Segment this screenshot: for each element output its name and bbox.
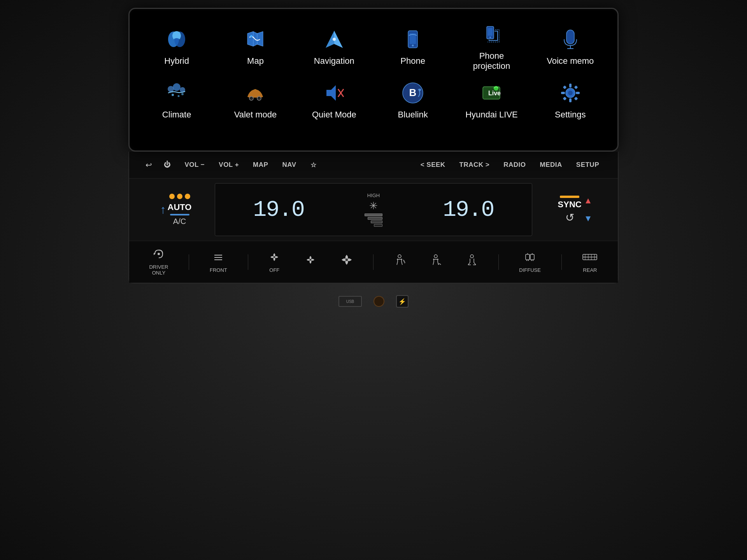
climate-icon [163, 79, 190, 107]
phone-projection-label: Phoneprojection [473, 51, 510, 72]
svg-rect-31 [569, 84, 572, 88]
svg-point-6 [412, 45, 414, 47]
air-feet-icon [466, 254, 478, 268]
hyundai-live-icon: Live [478, 79, 505, 107]
wireless-charging-port[interactable]: ⚡ [396, 295, 409, 308]
quiet-mode-label: Quiet Mode [312, 110, 356, 120]
map-button[interactable]: MAP [246, 158, 275, 172]
app-navigation[interactable]: Navigation [303, 26, 365, 66]
app-quiet-mode[interactable]: Quiet Mode [303, 79, 365, 120]
aux-port[interactable] [374, 296, 384, 307]
auto-dots-left [169, 194, 190, 199]
app-phone[interactable]: Phone [382, 26, 444, 66]
car-surround: Hybrid Map [0, 0, 747, 560]
driver-only-icon [153, 248, 165, 262]
climate-label: Climate [162, 110, 191, 120]
fan-icon: ✳ [369, 200, 378, 212]
track-fwd-button[interactable]: TRACK > [452, 158, 497, 172]
app-valet-mode[interactable]: Valet mode [224, 79, 286, 120]
svg-point-44 [309, 259, 312, 261]
svg-rect-10 [566, 30, 574, 44]
app-climate[interactable]: Climate [146, 79, 208, 120]
fan-off-button[interactable]: OFF [265, 249, 284, 275]
settings-label: Settings [555, 110, 586, 120]
radio-button[interactable]: RADIO [496, 158, 533, 172]
svg-point-16 [172, 94, 174, 96]
func-bar: DRIVERONLY FRONT [129, 241, 618, 283]
temp-up-right-button[interactable]: ▲ [584, 196, 593, 206]
button-bar: ↩ ⏻ VOL − VOL + MAP NAV ☆ < SEEK TRACK >… [129, 152, 618, 178]
valet-mode-label: Valet mode [234, 110, 277, 120]
svg-point-45 [345, 258, 348, 261]
svg-rect-37 [563, 96, 566, 100]
svg-point-3 [333, 38, 336, 41]
svg-rect-38 [574, 96, 578, 100]
app-phone-projection[interactable]: Phoneprojection [460, 21, 523, 72]
screen-rotate-icon[interactable]: ↩ [141, 157, 157, 173]
svg-point-2 [250, 35, 253, 37]
app-voice-memo[interactable]: Voice memo [539, 26, 601, 66]
phone-label: Phone [400, 56, 425, 66]
bluelink-icon: B [399, 79, 426, 107]
media-button[interactable]: MEDIA [533, 158, 569, 172]
valet-mode-icon [242, 79, 269, 107]
fan-high-icon [341, 254, 352, 268]
high-label: HIGH [367, 192, 380, 198]
svg-rect-35 [563, 85, 566, 89]
front-heat-button[interactable]: FRONT [206, 249, 231, 275]
diffuse-button[interactable]: DIFFUSE [515, 249, 545, 275]
seek-back-button[interactable]: < SEEK [414, 158, 452, 172]
app-settings[interactable]: Settings [539, 79, 601, 120]
app-hyundai-live[interactable]: Live Hyundai LIVE [460, 79, 523, 120]
bluelink-label: Bluelink [398, 110, 428, 120]
divider-4 [498, 254, 499, 270]
fan-low-button[interactable] [301, 252, 320, 272]
map-icon [242, 26, 269, 53]
vol-minus-button[interactable]: VOL − [178, 158, 212, 172]
front-heat-label: FRONT [210, 267, 227, 273]
svg-rect-34 [576, 92, 580, 94]
app-hybrid[interactable]: Hybrid [146, 26, 208, 66]
favorite-button[interactable]: ☆ [303, 158, 324, 172]
voice-memo-label: Voice memo [547, 56, 594, 66]
power-button[interactable]: ⏻ [157, 158, 178, 172]
svg-point-48 [470, 255, 473, 258]
hybrid-label: Hybrid [164, 56, 189, 66]
vol-plus-button[interactable]: VOL + [212, 158, 246, 172]
air-lower-body-button[interactable] [426, 252, 445, 272]
right-temp: 19.0 [443, 197, 494, 222]
fan-high-button[interactable] [337, 252, 356, 272]
navigation-icon [321, 26, 348, 53]
svg-text:B: B [409, 87, 417, 98]
air-lower-icon [430, 254, 442, 268]
app-map[interactable]: Map [224, 26, 286, 66]
nav-button[interactable]: NAV [275, 158, 303, 172]
touchscreen: Hybrid Map [128, 8, 619, 152]
ac-bar [170, 214, 189, 215]
temp-down-right-button[interactable]: ▼ [584, 214, 593, 224]
fan-low-icon [305, 254, 316, 268]
rear-defrost-button[interactable]: REAR [578, 249, 601, 275]
diffuse-icon [524, 251, 536, 266]
left-temp: 19.0 [253, 197, 304, 222]
phone-icon [399, 26, 426, 53]
air-upper-icon [394, 254, 405, 268]
sync-label: SYNC [558, 200, 582, 210]
app-bluelink[interactable]: B Bluelink [382, 79, 444, 120]
svg-rect-36 [574, 85, 578, 89]
app-row-2: Climate Valet mode [137, 79, 610, 120]
setup-button[interactable]: SETUP [569, 158, 606, 172]
climate-left: ↑ AUTO A/C [129, 178, 215, 241]
svg-text:Live: Live [488, 90, 501, 96]
temp-up-left-arrow: ↑ [160, 203, 166, 216]
svg-rect-33 [561, 92, 565, 94]
air-upper-body-button[interactable] [390, 252, 409, 272]
climate-area: ↑ AUTO A/C 19.0 [129, 178, 618, 241]
svg-point-17 [178, 95, 180, 97]
usb-port[interactable]: USB [338, 296, 362, 307]
air-feet-button[interactable] [462, 252, 482, 272]
control-panel: ↩ ⏻ VOL − VOL + MAP NAV ☆ < SEEK TRACK >… [128, 152, 619, 284]
phone-projection-icon [478, 21, 505, 48]
driver-only-button[interactable]: DRIVERONLY [145, 246, 172, 278]
diffuse-label: DIFFUSE [519, 267, 541, 273]
